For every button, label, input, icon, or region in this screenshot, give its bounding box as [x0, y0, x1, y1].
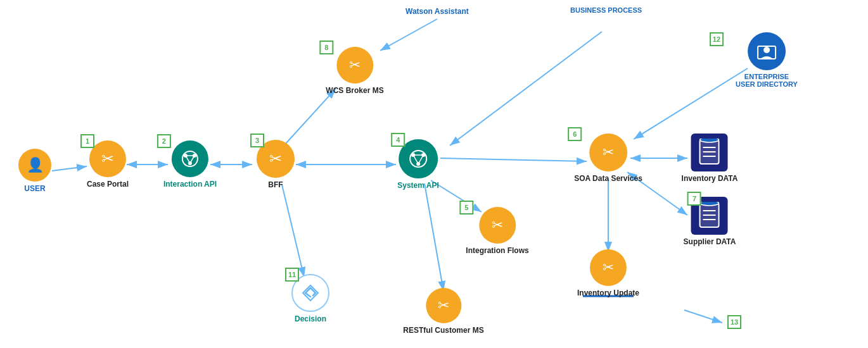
interaction-api-icon [181, 149, 200, 168]
svg-point-49 [763, 47, 770, 53]
supplier-data-label: Supplier DATA [684, 237, 736, 246]
badge-8: 8 [319, 40, 333, 54]
wcs-broker-label: WCS Broker MS [326, 86, 383, 95]
inventory-update-label: Inventory Update [577, 289, 639, 297]
decision-node: 11 Decision [291, 274, 329, 323]
interaction-api-node: 2 Interaction API [163, 140, 217, 189]
badge-7: 7 [687, 192, 701, 206]
system-api-label: System API [397, 181, 439, 190]
case-portal-label: Case Portal [87, 180, 129, 189]
svg-line-16 [282, 185, 304, 277]
svg-line-10 [440, 158, 587, 161]
interaction-api-label: Interaction API [163, 180, 217, 189]
case-portal-icon: ✂ [101, 150, 114, 168]
integration-flows-icon: ✂ [492, 217, 503, 233]
badge-4: 4 [391, 133, 405, 147]
badge-6: 6 [568, 127, 582, 141]
svg-line-8 [380, 19, 437, 51]
badge-11: 11 [285, 268, 299, 282]
bff-icon: ✂ [269, 150, 282, 168]
bff-node: 3 ✂ BFF [257, 140, 295, 189]
badge-2: 2 [157, 134, 171, 148]
soa-data-services-label: SOA Data Services [574, 174, 642, 183]
badge-3: 3 [250, 134, 264, 147]
user-label: USER [24, 184, 45, 193]
restful-customer-node: ✂ RESTful Customer MS [403, 288, 483, 335]
inventory-update-icon: ✂ [603, 259, 614, 276]
wcs-broker-node: 8 ✂ WCS Broker MS [326, 47, 383, 95]
bff-label: BFF [268, 180, 283, 189]
svg-line-32 [413, 155, 418, 164]
user-icon: 👤 [27, 157, 44, 173]
business-process-label: BUSINESS PROCESS [570, 6, 642, 14]
svg-line-7 [285, 89, 336, 144]
system-api-node: 4 System API [397, 139, 439, 190]
restful-customer-label: RESTful Customer MS [403, 326, 483, 335]
svg-line-3 [52, 166, 87, 171]
svg-line-19 [684, 310, 722, 323]
inventory-data-node: Inventory DATA [682, 134, 738, 183]
inventory-data-label: Inventory DATA [682, 174, 738, 183]
restful-icon: ✂ [438, 297, 449, 314]
svg-line-15 [634, 68, 748, 139]
watson-assistant-label: Watson Assistant [405, 5, 469, 16]
soa-icon: ✂ [603, 144, 614, 161]
badge-12: 12 [710, 32, 724, 46]
decision-icon [299, 282, 322, 304]
enterprise-dir-label: ENTERPRISEUSER DIRECTORY [736, 73, 798, 88]
decision-label: Decision [295, 314, 326, 323]
enterprise-icon [755, 40, 778, 63]
enterprise-dir-node: 12 ENTERPRISEUSER DIRECTORY [736, 32, 798, 88]
integration-flows-node: 5 ✂ Integration Flows [466, 207, 528, 255]
user-node: 👤 USER [18, 149, 51, 193]
badge-5: 5 [459, 201, 473, 214]
svg-line-33 [418, 155, 423, 164]
svg-line-17 [424, 183, 444, 291]
badge-13: 13 [727, 315, 741, 329]
wcs-icon: ✂ [349, 57, 361, 73]
supplier-data-node: 7 Supplier DATA [684, 197, 736, 246]
badge-1: 1 [80, 134, 94, 148]
svg-line-25 [186, 156, 190, 163]
inventory-data-icon [697, 139, 722, 166]
case-portal-node: 1 ✂ Case Portal [87, 140, 129, 189]
integration-flows-label: Integration Flows [466, 246, 528, 255]
svg-line-26 [190, 156, 195, 163]
supplier-data-icon [697, 202, 722, 230]
soa-data-services-node: 6 ✂ SOA Data Services [574, 134, 642, 183]
system-api-icon [408, 149, 428, 169]
inventory-update-node: ✂ Inventory Update [577, 249, 639, 297]
